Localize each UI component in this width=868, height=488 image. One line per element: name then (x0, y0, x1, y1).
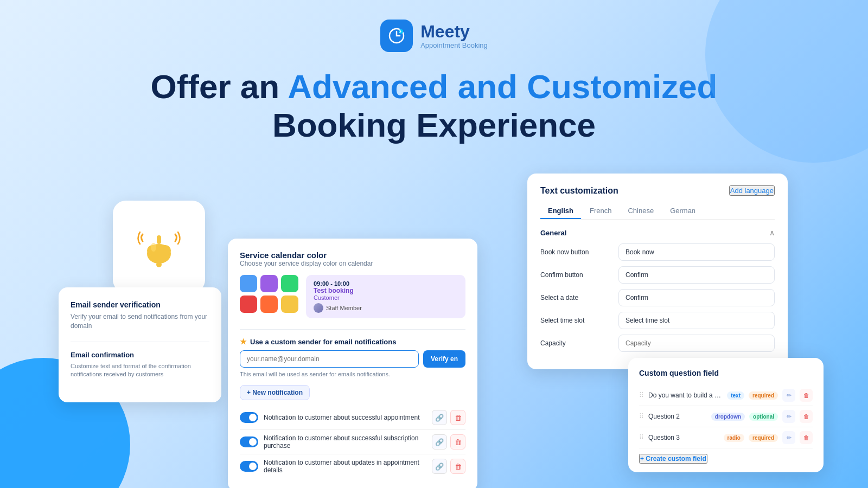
logo-subtitle: Appointment Booking (420, 41, 488, 49)
notif-text-0: Notification to customer about successfu… (264, 414, 419, 421)
notif-actions-0: 🔗 🗑 (432, 410, 465, 425)
notif-item-1-left: Notification to customer about successfu… (240, 434, 432, 450)
color-swatch-4[interactable] (260, 296, 278, 313)
text-customization-card: Text customization Add language English … (527, 174, 788, 369)
notif-link-0[interactable]: 🔗 (432, 410, 447, 425)
cq-name-2: Question 3 (648, 434, 719, 441)
email-sender-card: Email sender verification Verify your em… (59, 287, 221, 402)
field-label-2: Select a date (540, 294, 611, 301)
field-label-3: Select time slot (540, 317, 611, 324)
tab-chinese[interactable]: Chinese (620, 203, 661, 219)
notif-item-2: Notification to customer about updates i… (240, 454, 465, 478)
notif-item-1: Notification to customer about successfu… (240, 430, 465, 454)
badge-required-2: required (749, 434, 778, 442)
notif-delete-1[interactable]: 🗑 (450, 434, 465, 450)
bell-icon-wrap (135, 222, 183, 271)
cq-item-2: ⠿ Question 3 radio required ✏ 🗑 (639, 427, 813, 448)
tc-header: Text customization Add language (540, 185, 775, 196)
logo-text-group: Meety Appointment Booking (420, 23, 488, 49)
cq-name-1: Question 2 (648, 413, 707, 420)
tab-french[interactable]: French (582, 203, 619, 219)
general-section-header: General ∧ (540, 228, 775, 237)
cq-delete-0[interactable]: 🗑 (800, 389, 813, 402)
svg-point-5 (156, 262, 162, 267)
add-language-button[interactable]: Add language (729, 185, 775, 196)
cal-title: Test booking (314, 287, 458, 294)
notif-link-1[interactable]: 🔗 (432, 434, 447, 450)
field-label-0: Book now button (540, 248, 611, 256)
cal-customer: Customer (314, 294, 458, 301)
hero-line1-plain: Offer an (151, 68, 288, 105)
notif-item-2-left: Notification to customer about updates i… (240, 459, 432, 474)
email-sender-title: Email sender verification (71, 300, 209, 309)
badge-required-1: optional (749, 413, 778, 421)
staff-avatar (314, 303, 323, 313)
color-swatch-row: 09:00 - 10:00 Test booking Customer Staf… (240, 275, 465, 320)
cq-delete-2[interactable]: 🗑 (800, 431, 813, 444)
field-input-4[interactable] (618, 335, 775, 352)
cq-edit-1[interactable]: ✏ (782, 410, 795, 423)
tab-english[interactable]: English (540, 203, 581, 219)
general-section-title: General (540, 229, 566, 237)
field-input-0[interactable] (618, 243, 775, 261)
service-calendar-subtitle: Choose your service display color on cal… (240, 260, 465, 267)
notif-actions-1: 🔗 🗑 (432, 434, 465, 450)
notif-item-0-left: Notification to customer about successfu… (240, 412, 419, 423)
sender-input-row: Verify en (240, 350, 465, 368)
cq-edit-0[interactable]: ✏ (782, 389, 795, 402)
cq-name-0: Do you want to build a sno... (648, 391, 723, 399)
color-swatch-1[interactable] (260, 275, 278, 292)
badge-type-1: dropdown (711, 413, 745, 421)
language-tabs: English French Chinese German (540, 203, 775, 220)
field-row-0: Book now button (540, 243, 775, 261)
notif-item-0: Notification to customer about successfu… (240, 406, 465, 430)
custom-question-card: Custom question field ⠿ Do you want to b… (628, 358, 824, 472)
cq-item-0: ⠿ Do you want to build a sno... text req… (639, 385, 813, 406)
notifications-list: + New notification Notification to custo… (240, 385, 465, 478)
field-row-1: Confirm button (540, 266, 775, 284)
notif-toggle-0[interactable] (240, 412, 258, 423)
custom-sender-text: Use a custom sender for email notificati… (250, 338, 396, 346)
notif-delete-0[interactable]: 🗑 (450, 410, 465, 425)
tab-german[interactable]: German (662, 203, 703, 219)
color-swatch-5[interactable] (281, 296, 298, 313)
field-label-1: Confirm button (540, 271, 611, 279)
notif-actions-2: 🔗 🗑 (432, 459, 465, 474)
field-row-2: Select a date (540, 289, 775, 306)
email-sender-desc: Verify your email to send notifications … (71, 312, 209, 331)
notif-delete-2[interactable]: 🗑 (450, 459, 465, 474)
custom-sender-label: ★ Use a custom sender for email notifica… (240, 337, 465, 346)
new-notification-button[interactable]: + New notification (240, 385, 310, 400)
field-row-4: Capacity (540, 335, 775, 352)
notif-toggle-2[interactable] (240, 461, 258, 472)
notif-link-2[interactable]: 🔗 (432, 459, 447, 474)
email-confirmation-desc: Customize text and format of the confirm… (71, 362, 209, 379)
service-calendar-card: Service calendar color Choose your servi… (228, 239, 477, 488)
color-swatch-0[interactable] (240, 275, 257, 292)
cq-delete-1[interactable]: 🗑 (800, 410, 813, 423)
cq-edit-2[interactable]: ✏ (782, 431, 795, 444)
field-input-3[interactable] (618, 312, 775, 329)
color-swatch-3[interactable] (240, 296, 257, 313)
verify-email-button[interactable]: Verify en (423, 350, 465, 368)
badge-required-0: required (749, 391, 778, 400)
cal-staff-name: Staff Member (326, 305, 362, 311)
svg-rect-4 (157, 235, 161, 244)
chevron-icon: ∧ (769, 228, 775, 237)
service-calendar-title: Service calendar color (240, 251, 465, 260)
cq-item-1: ⠿ Question 2 dropdown optional ✏ 🗑 (639, 406, 813, 427)
sender-email-input[interactable] (240, 350, 419, 368)
field-input-2[interactable] (618, 289, 775, 306)
cal-time: 09:00 - 10:00 (314, 280, 458, 287)
create-custom-field-button[interactable]: + Create custom field (639, 454, 707, 464)
star-icon: ★ (240, 337, 247, 346)
svg-point-6 (151, 243, 156, 252)
color-swatch-2[interactable] (281, 275, 298, 292)
field-input-1[interactable] (618, 266, 775, 284)
notif-toggle-1[interactable] (240, 436, 258, 447)
logo-title: Meety (420, 23, 488, 40)
hero-line1-highlight: Advanced and Customized (288, 68, 717, 105)
field-label-4: Capacity (540, 339, 611, 347)
field-row-3: Select time slot (540, 312, 775, 329)
custom-sender-section: ★ Use a custom sender for email notifica… (240, 329, 465, 377)
